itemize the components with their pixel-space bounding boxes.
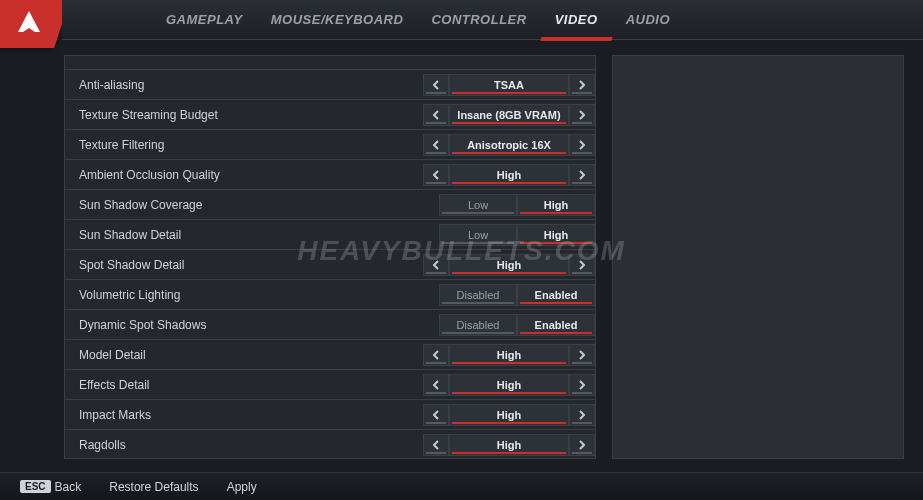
setting-texture-streaming-budget: Texture Streaming Budget Insane (8GB VRA…: [65, 100, 595, 130]
video-settings-panel: Anti-aliasing TSAA Texture Streaming Bud…: [64, 55, 596, 459]
prev-button[interactable]: [423, 404, 449, 426]
next-button[interactable]: [569, 134, 595, 156]
next-button[interactable]: [569, 164, 595, 186]
option-low[interactable]: Low: [439, 224, 517, 246]
setting-effects-detail: Effects Detail High: [65, 370, 595, 400]
setting-impact-marks: Impact Marks High: [65, 400, 595, 430]
setting-model-detail: Model Detail High: [65, 340, 595, 370]
next-button[interactable]: [569, 404, 595, 426]
prev-button[interactable]: [423, 344, 449, 366]
option-enabled[interactable]: Enabled: [517, 284, 595, 306]
setting-value: High: [449, 254, 569, 276]
scrollbar-thumb[interactable]: [595, 206, 596, 456]
setting-value: High: [449, 374, 569, 396]
setting-label: Impact Marks: [79, 408, 423, 422]
setting-label: Ambient Occlusion Quality: [79, 168, 423, 182]
prev-button[interactable]: [423, 434, 449, 456]
next-button[interactable]: [569, 374, 595, 396]
back-button[interactable]: ESC Back: [20, 480, 81, 494]
prev-button[interactable]: [423, 134, 449, 156]
setting-value: Anisotropic 16X: [449, 134, 569, 156]
next-button[interactable]: [569, 254, 595, 276]
setting-value: TSAA: [449, 74, 569, 96]
setting-label: Sun Shadow Detail: [79, 228, 439, 242]
tab-mouse-keyboard[interactable]: MOUSE/KEYBOARD: [267, 10, 408, 29]
setting-sun-shadow-detail: Sun Shadow Detail Low High: [65, 220, 595, 250]
prev-button[interactable]: [423, 74, 449, 96]
tab-video[interactable]: VIDEO: [551, 10, 602, 29]
setting-texture-filtering: Texture Filtering Anisotropic 16X: [65, 130, 595, 160]
setting-label: Model Detail: [79, 348, 423, 362]
option-low[interactable]: Low: [439, 194, 517, 216]
prev-button[interactable]: [423, 254, 449, 276]
setting-ambient-occlusion-quality: Ambient Occlusion Quality High: [65, 160, 595, 190]
setting-value: High: [449, 344, 569, 366]
setting-value: High: [449, 164, 569, 186]
setting-value: High: [449, 404, 569, 426]
next-button[interactable]: [569, 434, 595, 456]
restore-defaults-button[interactable]: Restore Defaults: [109, 480, 198, 494]
setting-label: Texture Streaming Budget: [79, 108, 423, 122]
setting-value: Insane (8GB VRAM): [449, 104, 569, 126]
setting-anti-aliasing: Anti-aliasing TSAA: [65, 70, 595, 100]
option-high[interactable]: High: [517, 224, 595, 246]
setting-label: Ragdolls: [79, 438, 423, 452]
tab-audio[interactable]: AUDIO: [622, 10, 674, 29]
setting-label: Texture Filtering: [79, 138, 423, 152]
top-bar: GAMEPLAY MOUSE/KEYBOARD CONTROLLER VIDEO…: [0, 0, 923, 48]
setting-volumetric-lighting: Volumetric Lighting Disabled Enabled: [65, 280, 595, 310]
setting-dynamic-spot-shadows: Dynamic Spot Shadows Disabled Enabled: [65, 310, 595, 340]
setting-value: High: [449, 434, 569, 456]
apply-button[interactable]: Apply: [227, 480, 257, 494]
next-button[interactable]: [569, 344, 595, 366]
option-disabled[interactable]: Disabled: [439, 284, 517, 306]
setting-label: Sun Shadow Coverage: [79, 198, 439, 212]
next-button[interactable]: [569, 104, 595, 126]
apex-logo-icon: [14, 8, 44, 42]
next-button[interactable]: [569, 74, 595, 96]
tab-controller[interactable]: CONTROLLER: [427, 10, 530, 29]
setting-spot-shadow-detail: Spot Shadow Detail High: [65, 250, 595, 280]
description-panel: [612, 55, 904, 459]
prev-button[interactable]: [423, 164, 449, 186]
footer-bar: ESC Back Restore Defaults Apply: [0, 472, 923, 500]
tab-bar: GAMEPLAY MOUSE/KEYBOARD CONTROLLER VIDEO…: [62, 0, 923, 40]
esc-key-icon: ESC: [20, 480, 51, 493]
prev-button[interactable]: [423, 374, 449, 396]
prev-button[interactable]: [423, 104, 449, 126]
setting-label: Spot Shadow Detail: [79, 258, 423, 272]
setting-label: Effects Detail: [79, 378, 423, 392]
setting-label: Dynamic Spot Shadows: [79, 318, 439, 332]
option-high[interactable]: High: [517, 194, 595, 216]
clipped-row: [65, 56, 595, 70]
tab-gameplay[interactable]: GAMEPLAY: [162, 10, 247, 29]
setting-ragdolls: Ragdolls High: [65, 430, 595, 459]
option-enabled[interactable]: Enabled: [517, 314, 595, 336]
setting-sun-shadow-coverage: Sun Shadow Coverage Low High: [65, 190, 595, 220]
option-disabled[interactable]: Disabled: [439, 314, 517, 336]
setting-label: Anti-aliasing: [79, 78, 423, 92]
setting-label: Volumetric Lighting: [79, 288, 439, 302]
